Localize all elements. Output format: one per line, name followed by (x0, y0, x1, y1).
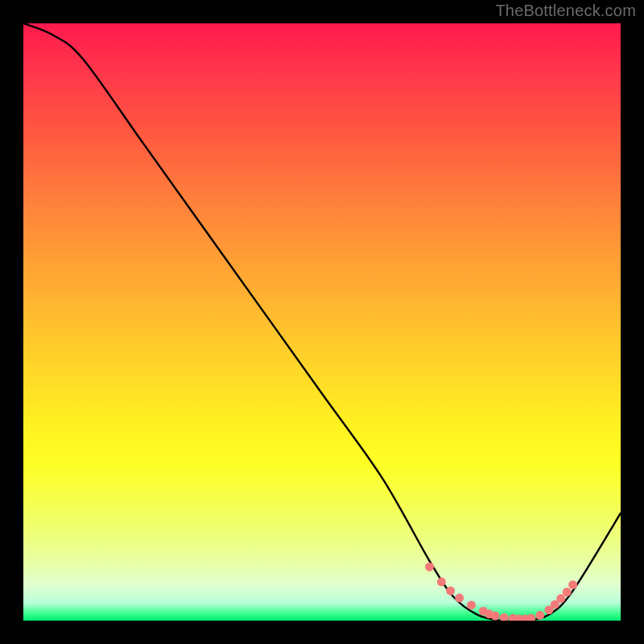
marker-dot (556, 594, 565, 603)
bottleneck-curve-path (23, 23, 621, 621)
watermark-text: TheBottleneck.com (495, 2, 636, 20)
marker-dot (568, 580, 577, 589)
marker-dot (491, 612, 500, 621)
marker-dot (455, 593, 464, 602)
curve-layer (23, 23, 621, 621)
marker-dot (467, 601, 476, 609)
marker-dot (425, 563, 434, 572)
marker-dot (500, 613, 509, 621)
plot-area (23, 23, 621, 621)
marker-dot (535, 611, 544, 620)
marker-dot (526, 614, 535, 621)
marker-dot (437, 577, 446, 586)
marker-dot (446, 586, 455, 595)
marker-dot (563, 588, 572, 597)
chart-frame: TheBottleneck.com (0, 0, 644, 644)
